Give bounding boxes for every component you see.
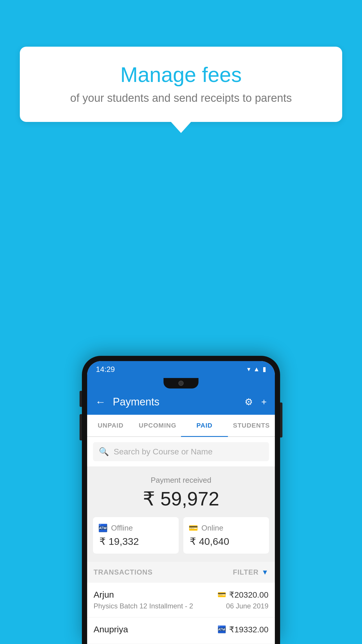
online-card-header: 💳 Online — [189, 524, 264, 533]
phone-btn-volume-up — [80, 391, 82, 407]
payment-cards: 🏧 Offline ₹ 19,332 💳 Online ₹ 40,640 — [93, 517, 269, 554]
offline-icon: 🏧 — [98, 524, 108, 533]
app-bar-actions: ⚙ + — [245, 396, 267, 407]
transaction-date: 06 June 2019 — [226, 602, 268, 610]
filter-icon: ▼ — [261, 568, 268, 576]
status-time: 14:29 — [96, 365, 115, 374]
phone-frame: 14:29 ▾ ▲ ▮ ← Payments ⚙ + UNPAID UPC — [82, 356, 280, 644]
notch — [164, 378, 198, 388]
tab-unpaid[interactable]: UNPAID — [87, 415, 134, 436]
app-bar: ← Payments ⚙ + — [87, 389, 275, 415]
card-icon: 💳 — [217, 591, 226, 599]
notch-bar — [87, 377, 275, 389]
transaction-amount: ₹20320.00 — [229, 590, 268, 600]
filter-button[interactable]: FILTER ▼ — [233, 568, 268, 576]
payment-total-amount: ₹ 59,972 — [93, 488, 269, 510]
tab-upcoming[interactable]: UPCOMING — [134, 415, 181, 436]
table-row[interactable]: Arjun 💳 ₹20320.00 Physics Batch 12 Insta… — [87, 583, 275, 617]
transactions-header: TRANSACTIONS FILTER ▼ — [87, 562, 275, 583]
battery-icon: ▮ — [263, 365, 266, 373]
camera — [178, 381, 184, 386]
status-bar: 14:29 ▾ ▲ ▮ — [87, 361, 275, 377]
transaction-course: Physics Batch 12 Installment - 2 — [94, 602, 193, 610]
phone-screen: 14:29 ▾ ▲ ▮ ← Payments ⚙ + UNPAID UPC — [87, 361, 275, 644]
phone-btn-volume-down — [80, 414, 82, 440]
signal-icon: ▲ — [253, 365, 260, 373]
back-button[interactable]: ← — [95, 396, 106, 408]
tabs: UNPAID UPCOMING PAID STUDENTS — [87, 415, 275, 437]
settings-icon[interactable]: ⚙ — [245, 396, 253, 407]
transaction-amount-block: 💳 ₹20320.00 — [217, 590, 268, 600]
online-label: Online — [201, 524, 223, 533]
wifi-icon: ▾ — [247, 365, 250, 373]
payment-received-label: Payment received — [93, 476, 269, 485]
add-icon[interactable]: + — [261, 397, 267, 407]
payment-summary: Payment received ₹ 59,972 🏧 Offline ₹ 19… — [87, 466, 275, 562]
online-icon: 💳 — [189, 524, 198, 533]
search-bar[interactable]: 🔍 Search by Course or Name — [93, 442, 269, 461]
online-card: 💳 Online ₹ 40,640 — [183, 517, 269, 554]
search-container: 🔍 Search by Course or Name — [87, 437, 275, 466]
search-icon: 🔍 — [99, 447, 109, 456]
offline-label: Offline — [111, 524, 133, 533]
tab-paid[interactable]: PAID — [181, 415, 228, 436]
transaction-amount-block: 🏧 ₹19332.00 — [217, 625, 268, 634]
cash-icon: 🏧 — [217, 625, 226, 634]
filter-label: FILTER — [233, 568, 259, 576]
tab-students[interactable]: STUDENTS — [228, 415, 275, 436]
status-icons: ▾ ▲ ▮ — [247, 365, 266, 373]
transaction-amount: ₹19332.00 — [229, 625, 268, 634]
feature-subtitle: of your students and send receipts to pa… — [34, 92, 328, 104]
transaction-top: Arjun 💳 ₹20320.00 — [94, 590, 268, 600]
search-input[interactable]: Search by Course or Name — [114, 447, 212, 456]
offline-amount: ₹ 19,332 — [98, 536, 173, 547]
offline-card: 🏧 Offline ₹ 19,332 — [93, 517, 179, 554]
transaction-bottom: Physics Batch 12 Installment - 2 06 June… — [94, 602, 268, 610]
feature-title: Manage fees — [34, 63, 328, 87]
transaction-name: Arjun — [94, 590, 114, 600]
feature-card: Manage fees of your students and send re… — [20, 47, 342, 122]
table-row[interactable]: Anupriya 🏧 ₹19332.00 — [87, 617, 275, 644]
phone-btn-power — [280, 402, 282, 438]
offline-card-header: 🏧 Offline — [98, 524, 173, 533]
app-title: Payments — [113, 396, 245, 408]
online-amount: ₹ 40,640 — [189, 536, 264, 547]
transaction-name: Anupriya — [94, 624, 128, 634]
transactions-label: TRANSACTIONS — [94, 568, 153, 576]
transaction-top: Anupriya 🏧 ₹19332.00 — [94, 624, 268, 634]
